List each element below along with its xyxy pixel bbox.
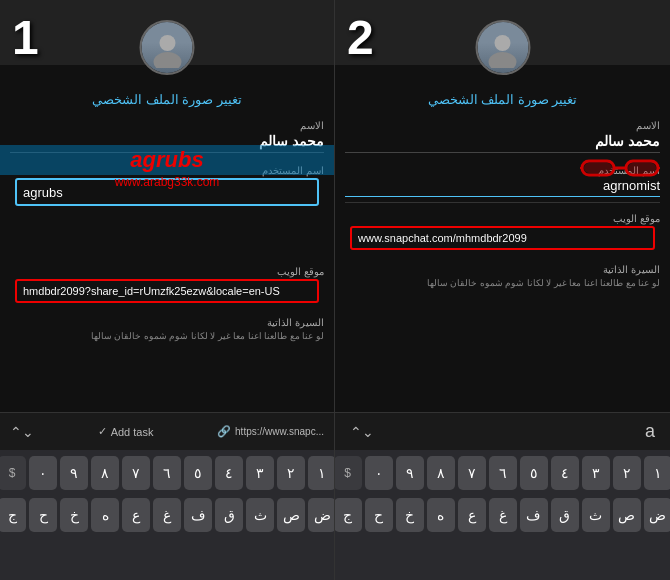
bio-section-left: السيرة الذاتية لو عنا مع طالعنا اعنا معا… — [0, 313, 334, 347]
key-3-left[interactable]: ٣ — [246, 456, 274, 490]
website-label-left: موقع الويب — [10, 266, 324, 277]
divider-right — [345, 202, 660, 203]
avatar-right[interactable] — [475, 20, 530, 75]
key-dhad-r[interactable]: ض — [644, 498, 671, 532]
key-5-left[interactable]: ٥ — [184, 456, 212, 490]
key-6-right[interactable]: ٦ — [489, 456, 517, 490]
svg-rect-9 — [584, 163, 612, 173]
avatar-area-left — [0, 0, 334, 65]
key-5-right[interactable]: ٥ — [520, 456, 548, 490]
avatar-left[interactable] — [140, 20, 195, 75]
key-ain[interactable]: ع — [122, 498, 150, 532]
key-ain-r[interactable]: ع — [458, 498, 486, 532]
key-1-left[interactable]: ١ — [308, 456, 335, 490]
key-qaf[interactable]: ق — [215, 498, 243, 532]
key-1-right[interactable]: ١ — [644, 456, 671, 490]
url-label: https://www.snapc... — [235, 426, 324, 437]
right-panel: 2 تغيير صورة الملف الشخصي الاسم — [335, 0, 670, 580]
toolbar-arrows-right[interactable]: ⌃⌄ — [350, 424, 374, 440]
key-9-right[interactable]: ٩ — [396, 456, 424, 490]
key-ha2[interactable]: ه — [91, 498, 119, 532]
url-text-left: hmdbdr2099?share_id=rUmzfk25ezw&locale=e… — [23, 285, 311, 297]
url-text-right: www.snapchat.com/mhmdbdr2099 — [358, 232, 647, 244]
key-2-right[interactable]: ٢ — [613, 456, 641, 490]
bio-text-right: لو عنا مع طالعنا اعنا معا غير لا لكانا ش… — [345, 277, 660, 290]
key-tha[interactable]: ث — [246, 498, 274, 532]
key-7-right[interactable]: ٧ — [458, 456, 486, 490]
bio-label-left: السيرة الذاتية — [10, 317, 324, 328]
bio-text-left: لو عنا مع طالعنا اعنا معا غير لا لكانا ش… — [10, 330, 324, 343]
key-7-left[interactable]: ٧ — [122, 456, 150, 490]
bottom-toolbar-right: ⌃⌄ a — [335, 412, 670, 450]
arabic-row-right: ج ح خ ه ع غ ف ق ث ص ض — [335, 492, 670, 534]
key-kha-r[interactable]: خ — [396, 498, 424, 532]
sunglasses-icon — [580, 150, 660, 192]
key-kha[interactable]: خ — [60, 498, 88, 532]
watermark-url-left: www.arabg33k.com — [0, 175, 334, 189]
number-row-left: $ ٠ ٩ ٨ ٧ ٦ ٥ ٤ ٣ ٢ ١ — [0, 450, 334, 492]
change-photo-right[interactable]: تغيير صورة الملف الشخصي — [335, 87, 670, 112]
toolbar-arrows-left[interactable]: ⌃⌄ — [10, 424, 34, 440]
url-toolbar-btn[interactable]: 🔗 https://www.snapc... — [217, 425, 324, 438]
bio-section-right: السيرة الذاتية لو عنا مع طالعنا اعنا معا… — [335, 260, 670, 294]
key-4-left[interactable]: ٤ — [215, 456, 243, 490]
name-label-right: الاسم — [345, 120, 660, 131]
key-dollar-left[interactable]: $ — [0, 456, 26, 490]
key-3-right[interactable]: ٣ — [582, 456, 610, 490]
name-label-left: الاسم — [10, 120, 324, 131]
change-photo-left[interactable]: تغيير صورة الملف الشخصي — [0, 87, 334, 112]
svg-point-0 — [159, 35, 175, 51]
key-8-right[interactable]: ٨ — [427, 456, 455, 490]
key-ha[interactable]: ح — [29, 498, 57, 532]
watermark-left: agrubs www.arabg33k.com — [0, 145, 334, 189]
key-fa-r[interactable]: ف — [520, 498, 548, 532]
svg-rect-10 — [628, 163, 656, 173]
watermark-text-left: agrubs — [130, 147, 203, 172]
panel-number-right: 2 — [347, 10, 374, 65]
keyboard-right: $ ٠ ٩ ٨ ٧ ٦ ٥ ٤ ٣ ٢ ١ ج ح خ ه ع غ ف ق ث … — [335, 450, 670, 580]
panel-number-left: 1 — [12, 10, 39, 65]
url-field-right[interactable]: www.snapchat.com/mhmdbdr2099 — [350, 226, 655, 250]
website-section-right: موقع الويب www.snapchat.com/mhmdbdr2099 — [335, 209, 670, 256]
bio-label-right: السيرة الذاتية — [345, 264, 660, 275]
add-task-label: Add task — [111, 426, 154, 438]
arabic-row-left: ج ح خ ه ع غ ف ق ث ص ض — [0, 492, 334, 534]
key-0-left[interactable]: ٠ — [29, 456, 57, 490]
key-dhad[interactable]: ض — [308, 498, 335, 532]
key-0-right[interactable]: ٠ — [365, 456, 393, 490]
key-2-left[interactable]: ٢ — [277, 456, 305, 490]
key-tha-r[interactable]: ث — [582, 498, 610, 532]
task-icon: ✓ — [98, 425, 107, 438]
svg-point-2 — [495, 35, 511, 51]
key-8-left[interactable]: ٨ — [91, 456, 119, 490]
key-sad-r[interactable]: ص — [613, 498, 641, 532]
website-label-right: موقع الويب — [345, 213, 660, 224]
left-panel: 1 تغيير صورة الملف الشخصي الاسم محمد سال… — [0, 0, 335, 580]
key-6-left[interactable]: ٦ — [153, 456, 181, 490]
svg-point-3 — [489, 52, 517, 68]
key-sad[interactable]: ص — [277, 498, 305, 532]
key-jeem[interactable]: ج — [0, 498, 26, 532]
key-ha2-r[interactable]: ه — [427, 498, 455, 532]
letter-a-display: a — [645, 421, 655, 442]
link-icon: 🔗 — [217, 425, 231, 438]
add-task-button[interactable]: ✓ Add task — [98, 425, 154, 438]
svg-point-1 — [153, 52, 181, 68]
url-field-left[interactable]: hmdbdr2099?share_id=rUmzfk25ezw&locale=e… — [15, 279, 319, 303]
website-section-left: موقع الويب hmdbdr2099?share_id=rUmzfk25e… — [0, 262, 334, 309]
key-ghain-r[interactable]: غ — [489, 498, 517, 532]
avatar-area-right — [335, 0, 670, 65]
key-qaf-r[interactable]: ق — [551, 498, 579, 532]
number-row-right: $ ٠ ٩ ٨ ٧ ٦ ٥ ٤ ٣ ٢ ١ — [335, 450, 670, 492]
key-9-left[interactable]: ٩ — [60, 456, 88, 490]
keyboard-left: $ ٠ ٩ ٨ ٧ ٦ ٥ ٤ ٣ ٢ ١ ج ح خ ه ع غ ف ق ث … — [0, 450, 334, 580]
bottom-toolbar-left: ⌃⌄ ✓ Add task 🔗 https://www.snapc... — [0, 412, 334, 450]
key-fa[interactable]: ف — [184, 498, 212, 532]
key-jeem-r[interactable]: ج — [335, 498, 362, 532]
key-4-right[interactable]: ٤ — [551, 456, 579, 490]
key-ha-r[interactable]: ح — [365, 498, 393, 532]
key-ghain[interactable]: غ — [153, 498, 181, 532]
key-dollar-right[interactable]: $ — [335, 456, 362, 490]
